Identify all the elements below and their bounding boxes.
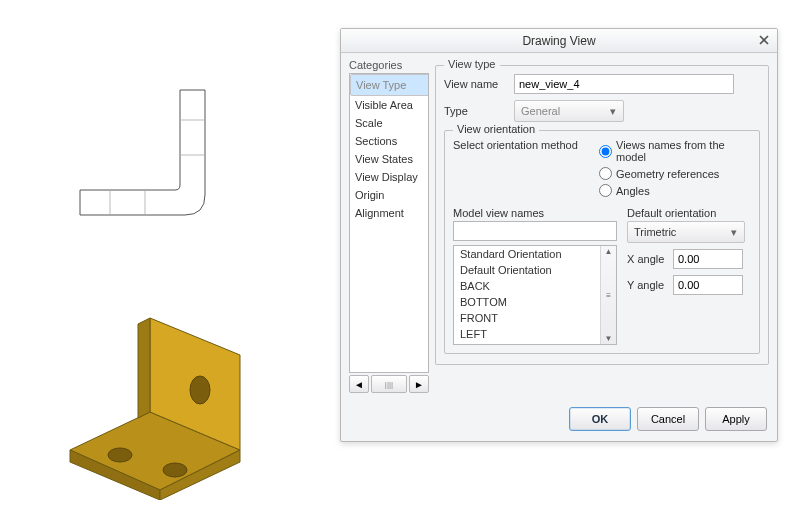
orientation-radio-label-2: Angles	[616, 185, 650, 197]
list-item[interactable]: LEFT	[454, 326, 616, 342]
dialog-titlebar: Drawing View	[341, 29, 777, 53]
categories-label: Categories	[349, 59, 429, 71]
category-item-visible-area[interactable]: Visible Area	[350, 96, 428, 114]
type-select: General ▾	[514, 100, 624, 122]
scroll-grip-icon[interactable]: ≡	[605, 290, 612, 301]
type-select-value: General	[521, 105, 560, 117]
categories-list[interactable]: View Type Visible Area Scale Sections Vi…	[349, 73, 429, 373]
model-view-names-list[interactable]: Standard Orientation Default Orientation…	[453, 245, 617, 345]
svg-point-11	[163, 463, 187, 477]
x-angle-label: X angle	[627, 253, 669, 265]
view-type-panel: View type View name Type General ▾ View …	[435, 59, 769, 393]
svg-point-9	[190, 376, 210, 404]
list-item[interactable]: Standard Orientation	[454, 246, 616, 262]
svg-point-10	[108, 448, 132, 462]
view-orientation-fieldset: View orientation Select orientation meth…	[444, 130, 760, 354]
chevron-down-icon: ▾	[728, 226, 740, 238]
categories-nav: ◄ |||| ►	[349, 375, 429, 393]
model-view-names-label: Model view names	[453, 207, 617, 219]
default-orientation-label: Default orientation	[627, 207, 751, 219]
view-name-input[interactable]	[514, 74, 734, 94]
scroll-up-icon[interactable]: ▲	[604, 246, 614, 257]
svg-marker-8	[138, 318, 150, 418]
y-angle-label: Y angle	[627, 279, 669, 291]
x-angle-input[interactable]	[673, 249, 743, 269]
dialog-body: Categories View Type Visible Area Scale …	[341, 53, 777, 401]
orientation-radio-geometry-refs[interactable]	[599, 167, 612, 180]
close-icon	[759, 35, 769, 45]
drawing-view-dialog: Drawing View Categories View Type Visibl…	[340, 28, 778, 442]
cancel-button[interactable]: Cancel	[637, 407, 699, 431]
apply-button[interactable]: Apply	[705, 407, 767, 431]
type-label: Type	[444, 105, 508, 117]
category-item-alignment[interactable]: Alignment	[350, 204, 428, 222]
dialog-title: Drawing View	[522, 34, 595, 48]
view-type-heading: View type	[444, 58, 500, 70]
listbox-scrollbar[interactable]: ▲ ≡ ▼	[600, 246, 616, 344]
category-item-view-type[interactable]: View Type	[350, 74, 429, 96]
scroll-down-icon[interactable]: ▼	[604, 333, 614, 344]
view-orientation-legend: View orientation	[453, 123, 539, 135]
category-item-view-display[interactable]: View Display	[350, 168, 428, 186]
categories-nav-scroll[interactable]: ||||	[371, 375, 407, 393]
model-view-names-column: Model view names Standard Orientation De…	[453, 207, 617, 345]
chevron-down-icon: ▾	[607, 105, 619, 117]
default-orientation-value: Trimetric	[634, 226, 676, 238]
bracket-3d-icon	[50, 300, 270, 500]
orientation-radio-model-names[interactable]	[599, 145, 612, 158]
view-name-label: View name	[444, 78, 508, 90]
categories-nav-next[interactable]: ►	[409, 375, 429, 393]
ok-button[interactable]: OK	[569, 407, 631, 431]
orientation-radio-label-0: Views names from the model	[616, 139, 751, 163]
dialog-button-row: OK Cancel Apply	[341, 401, 777, 441]
category-item-sections[interactable]: Sections	[350, 132, 428, 150]
default-orientation-select[interactable]: Trimetric ▾	[627, 221, 745, 243]
list-item[interactable]: BOTTOM	[454, 294, 616, 310]
list-item[interactable]: FRONT	[454, 310, 616, 326]
orientation-radio-label-1: Geometry references	[616, 168, 719, 180]
orientation-method-radiogroup: Views names from the model Geometry refe…	[599, 139, 751, 201]
close-button[interactable]	[755, 31, 773, 49]
list-item[interactable]: Default Orientation	[454, 262, 616, 278]
l-shape-outline-icon	[60, 80, 230, 240]
drawing-3d-preview	[50, 300, 270, 500]
view-type-fieldset: View type View name Type General ▾ View …	[435, 65, 769, 365]
y-angle-input[interactable]	[673, 275, 743, 295]
orientation-radio-angles[interactable]	[599, 184, 612, 197]
categories-nav-prev[interactable]: ◄	[349, 375, 369, 393]
category-item-view-states[interactable]: View States	[350, 150, 428, 168]
default-orientation-column: Default orientation Trimetric ▾ X angle …	[627, 207, 751, 345]
orientation-method-label: Select orientation method	[453, 139, 593, 151]
drawing-2d-view	[60, 80, 230, 240]
model-view-names-input[interactable]	[453, 221, 617, 241]
list-item[interactable]: BACK	[454, 278, 616, 294]
categories-column: Categories View Type Visible Area Scale …	[349, 59, 429, 393]
category-item-scale[interactable]: Scale	[350, 114, 428, 132]
category-item-origin[interactable]: Origin	[350, 186, 428, 204]
